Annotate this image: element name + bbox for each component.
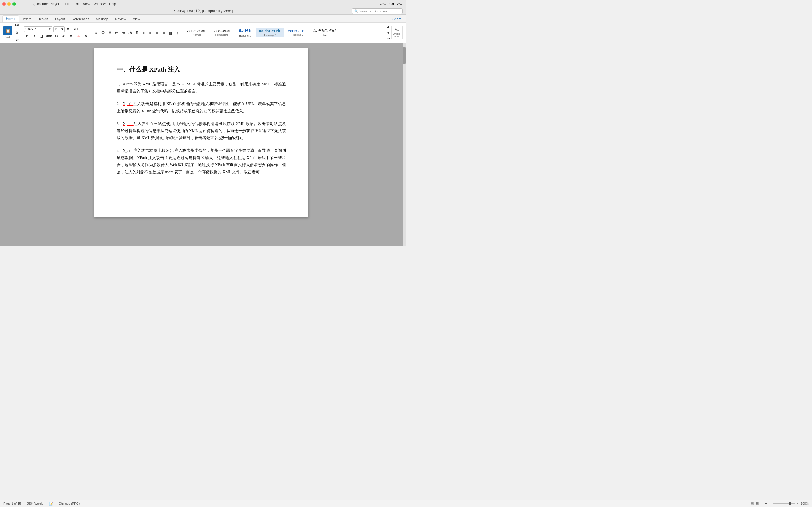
italic-button[interactable]: I [31, 33, 38, 39]
doc-heading: 一、什么是 XPath 注入 [117, 65, 286, 74]
style-preset-normal[interactable]: AaBbCcDdE Normal [185, 28, 209, 37]
justify-button[interactable]: ≡ [161, 30, 167, 36]
style-h3-preview: AaBbCcDdE [288, 29, 307, 33]
vertical-scrollbar[interactable] [403, 43, 406, 246]
styles-more[interactable]: ≡▾ [385, 36, 391, 41]
style-preset-heading3[interactable]: AaBbCcDdE Heading 3 [285, 28, 309, 37]
sort-button[interactable]: ↕A [127, 30, 133, 36]
share-button[interactable]: Share [390, 16, 404, 22]
search-icon: 🔍 [354, 9, 358, 13]
title-bar-right: 73% Sat 17:57 [380, 0, 403, 8]
styles-pane-button[interactable]: Aa Styles Pane [391, 26, 403, 40]
tab-design[interactable]: Design [34, 16, 51, 22]
show-marks-button[interactable]: ¶ [134, 30, 140, 36]
font-color-button[interactable]: A [75, 33, 82, 39]
tab-insert[interactable]: Insert [19, 16, 34, 22]
format-painter-button[interactable]: 🖌 [13, 37, 20, 43]
search-in-doc[interactable]: 🔍 Search in Document [352, 8, 403, 14]
font-size-arrow: ▾ [61, 27, 63, 31]
style-title-preview: AaBbCcDd [313, 29, 336, 34]
styles-pane-label: Styles Pane [393, 33, 401, 38]
maximize-button[interactable] [12, 2, 16, 6]
font-family-value: SimSun [26, 27, 36, 31]
paste-group: 📋 Paste [3, 26, 12, 39]
paste-label[interactable]: Paste [4, 36, 11, 39]
tab-layout[interactable]: Layout [52, 16, 68, 22]
doc-title: Xpath与LDAP注入 [Compatibility Mode] [173, 9, 233, 13]
font-family-select[interactable]: SimSun ▾ [24, 26, 52, 32]
numbering-button[interactable]: ① [100, 30, 106, 36]
multilevel-button[interactable]: ⊟ [107, 30, 113, 36]
bold-button[interactable]: B [24, 33, 30, 39]
copy-button[interactable]: ⧉ [13, 30, 20, 36]
p3-xpath: Xpath [123, 122, 134, 126]
app-name: QuickTime Player [33, 2, 59, 6]
style-preset-title[interactable]: AaBbCcDd Title [311, 27, 338, 38]
traffic-lights[interactable] [2, 2, 16, 6]
tab-home[interactable]: Home [2, 15, 19, 22]
tab-references[interactable]: References [68, 16, 93, 22]
tab-review[interactable]: Review [112, 16, 130, 22]
tab-mailings[interactable]: Mailings [93, 16, 112, 22]
font-section: SimSun ▾ 15 ▾ A↑ A↓ B I U abc X₂ X² A A … [23, 24, 90, 41]
font-format-row: B I U abc X₂ X² A A ✕ [24, 33, 89, 39]
subscript-button[interactable]: X₂ [53, 33, 59, 39]
p2-part1: 2、 [117, 102, 123, 106]
ribbon-toolbar: 📋 Paste ✂ ⧉ 🖌 SimSun ▾ 15 ▾ A↑ A↓ [0, 22, 406, 43]
paragraph-4: 4、Xpath 注入攻击本质上和 SQL 注入攻击是类似的，都是一个恶意字符未过… [117, 147, 286, 175]
increase-indent-button[interactable]: ⇥ [120, 30, 126, 36]
style-h1-preview: AaBb [238, 28, 252, 34]
bullets-button[interactable]: ≡ [93, 30, 99, 36]
p2-rest: 注入攻击是指利用 XPath 解析器的松散输入和容错特性，能够在 URL、表单或… [117, 102, 286, 113]
clear-format-button[interactable]: ✕ [83, 33, 89, 39]
style-h3-label: Heading 3 [292, 34, 303, 36]
align-right-button[interactable]: ≡ [154, 30, 160, 36]
highlight-button[interactable]: A [68, 33, 74, 39]
strikethrough-button[interactable]: abc [46, 33, 52, 39]
style-h2-preview: AaBbCcDdE [259, 29, 282, 33]
document-area: 一、什么是 XPath 注入 1、XPath 即为 XML 路径语言，是 W3C… [0, 43, 406, 246]
font-size-select[interactable]: 15 ▾ [53, 26, 64, 32]
menu-help[interactable]: Help [109, 2, 116, 6]
style-preset-heading1[interactable]: AaBb Heading 1 [235, 27, 255, 38]
style-title-label: Title [322, 34, 327, 37]
font-size-value: 15 [55, 27, 58, 31]
increase-font-button[interactable]: A↑ [66, 26, 72, 32]
style-preset-no-spacing[interactable]: AaBbCcDdE No Spacing [210, 28, 234, 37]
paste-icon[interactable]: 📋 [3, 26, 12, 35]
close-button[interactable] [2, 2, 6, 6]
decrease-indent-button[interactable]: ⇤ [113, 30, 119, 36]
align-center-button[interactable]: ≡ [147, 30, 153, 36]
minimize-button[interactable] [7, 2, 11, 6]
tab-view[interactable]: View [130, 16, 144, 22]
menu-edit[interactable]: Edit [74, 2, 80, 6]
doc-title-bar: Xpath与LDAP注入 [Compatibility Mode] 🔍 Sear… [0, 8, 406, 15]
font-family-row: SimSun ▾ 15 ▾ A↑ A↓ [24, 26, 89, 32]
menu-bar[interactable]: File Edit View Window Help [65, 2, 116, 6]
p3-rest: 注入发生在当站点使用用户输入的信息来构造请求以获取 XML 数据。攻击者对站点发… [117, 122, 286, 140]
clock: Sat 17:57 [389, 2, 403, 6]
font-family-arrow: ▾ [49, 27, 51, 31]
style-presets: AaBbCcDdE Normal AaBbCcDdE No Spacing Aa… [185, 27, 384, 38]
p4-rest: 注入攻击本质上和 SQL 注入攻击是类似的，都是一个恶意字符未过滤，而导致可查询… [117, 149, 286, 174]
scrollbar-thumb[interactable] [403, 47, 406, 64]
menu-view[interactable]: View [83, 2, 90, 6]
clipboard-section: 📋 Paste ✂ ⧉ 🖌 [2, 24, 21, 41]
menu-window[interactable]: Window [94, 2, 106, 6]
decrease-font-button[interactable]: A↓ [73, 26, 79, 32]
superscript-button[interactable]: X² [61, 33, 67, 39]
columns-button[interactable]: ▦ [167, 30, 174, 36]
align-left-button[interactable]: ≡ [140, 30, 147, 36]
styles-scroll-up[interactable]: ▲ [385, 24, 391, 29]
style-nospacing-label: No Spacing [215, 34, 229, 36]
style-h2-label: Heading 2 [264, 34, 276, 37]
doc-scroll-area[interactable]: 一、什么是 XPath 注入 1、XPath 即为 XML 路径语言，是 W3C… [0, 43, 403, 246]
menu-file[interactable]: File [65, 2, 70, 6]
style-preset-heading2[interactable]: AaBbCcDdE Heading 2 [256, 28, 284, 38]
cut-button[interactable]: ✂ [13, 22, 20, 29]
styles-scroll-down[interactable]: ▼ [385, 30, 391, 36]
line-spacing-button[interactable]: ↕ [174, 30, 181, 36]
underline-button[interactable]: U [39, 33, 45, 39]
p4-xpath: Xpath [123, 149, 133, 153]
doc-page: 一、什么是 XPath 注入 1、XPath 即为 XML 路径语言，是 W3C… [94, 48, 308, 217]
